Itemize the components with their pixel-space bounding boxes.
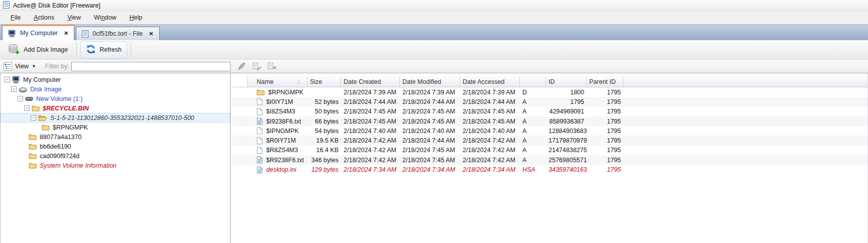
- tab-my-computer[interactable]: My Computer✕: [2, 25, 74, 40]
- add-disk-image-icon: [8, 44, 20, 56]
- tree-item-my-computer[interactable]: −My Computer: [1, 75, 230, 84]
- collapse-icon[interactable]: −: [11, 86, 17, 92]
- column-header-name[interactable]: Name△: [248, 76, 307, 87]
- column-header-id[interactable]: ID: [546, 76, 587, 87]
- tree-item-bb6de6190[interactable]: bb6de6190: [1, 142, 230, 151]
- cell-name: $I0IY71M: [248, 98, 307, 105]
- tree-item-disk-image[interactable]: −Disk Image: [1, 84, 230, 94]
- close-icon[interactable]: ✕: [149, 31, 153, 37]
- cell-value: 2/18/2024 7:45 AM: [402, 147, 455, 154]
- view-dropdown-button[interactable]: View ▼: [4, 62, 36, 71]
- cell-value: A: [522, 157, 526, 164]
- menu-actions[interactable]: Actions: [27, 12, 61, 23]
- cell-accessed: 2/18/2024 7:39 AM: [460, 89, 520, 96]
- tree-item-system-volume-information[interactable]: System Volume Information: [1, 161, 230, 170]
- app-window: Active@ Disk Editor [Freeware] FileActio…: [0, 0, 868, 243]
- document-edit-icon[interactable]: [253, 62, 261, 70]
- filter-input[interactable]: [71, 62, 231, 71]
- file-icon: [257, 98, 263, 105]
- column-header-parent[interactable]: Parent ID: [587, 76, 623, 87]
- column-header-accessed[interactable]: Date Accessed: [460, 76, 520, 87]
- column-header-label: Name: [257, 78, 273, 85]
- cell-value: 2/18/2024 7:40 AM: [402, 128, 455, 135]
- cell-created: 2/18/2024 7:42 AM: [341, 157, 400, 164]
- cell-name: $R0IY71M: [248, 137, 307, 145]
- folder-icon: [42, 124, 50, 131]
- cell-value: A: [522, 147, 526, 154]
- menu-help[interactable]: Help: [123, 12, 149, 23]
- tree-item-cad090f9724d[interactable]: cad090f9724d: [1, 151, 230, 161]
- column-header-created[interactable]: Date Created: [341, 76, 400, 87]
- cell-name: $IPNGMPK: [248, 127, 307, 135]
- cell-attr: A: [520, 118, 546, 125]
- cell-value: 1795: [607, 166, 621, 173]
- menu-window[interactable]: Window: [87, 12, 123, 23]
- cell-value: A: [522, 128, 526, 135]
- cell-created: 2/18/2024 7:42 AM: [341, 147, 400, 154]
- cell-value: 2/18/2024 7:44 AM: [463, 98, 515, 105]
- textfile-icon: [257, 156, 263, 164]
- collapse-icon[interactable]: −: [5, 77, 10, 82]
- table-body: $RPNGMPK2/18/2024 7:39 AM2/18/2024 7:39 …: [232, 87, 867, 175]
- tree-item--rpngmpk[interactable]: $RPNGMPK: [1, 123, 230, 132]
- column-header-size[interactable]: Size: [307, 76, 341, 87]
- collapse-icon[interactable]: −: [18, 96, 23, 101]
- tree-item-label: System Volume Information: [40, 162, 117, 169]
- tree-item--recycle-bin[interactable]: −$RECYCLE.BIN: [1, 103, 230, 113]
- cell-modified: 2/18/2024 7:45 AM: [400, 147, 460, 154]
- refresh-button[interactable]: Refresh: [80, 41, 127, 59]
- file-row--ipngmpk[interactable]: $IPNGMPK54 bytes2/18/2024 7:40 AM2/18/20…: [232, 126, 867, 136]
- tree-item-88077a4a1370[interactable]: 88077a4a1370: [1, 132, 230, 142]
- cell-value: 2/18/2024 7:45 AM: [344, 108, 396, 115]
- file-name: $R0IY71M: [266, 137, 296, 144]
- tree-item-s-1-5-21-113012860-3553232021-1488537010-500[interactable]: −S-1-5-21-113012860-3553232021-148853701…: [1, 113, 230, 123]
- collapse-icon[interactable]: −: [24, 105, 30, 111]
- cell-attr: A: [520, 137, 546, 144]
- cell-created: 2/18/2024 7:45 AM: [341, 118, 400, 125]
- cell-modified: 2/18/2024 7:34 AM: [400, 166, 460, 173]
- filter-quill-icon[interactable]: [237, 62, 246, 70]
- menu-file[interactable]: File: [4, 12, 27, 23]
- cell-size: 19.5 KB: [307, 137, 341, 144]
- cell-value: 2/18/2024 7:42 AM: [344, 157, 396, 164]
- tab-0cf51fbc-tort-file[interactable]: 0cf51fbc.tort - File✕: [76, 27, 159, 40]
- cell-modified: 2/18/2024 7:40 AM: [400, 128, 460, 135]
- cell-name: $RPNGMPK: [248, 89, 307, 96]
- cell-value: 2/18/2024 7:42 AM: [463, 147, 515, 154]
- file-row-desktop-ini[interactable]: desktop.ini129 bytes2/18/2024 7:34 AM2/1…: [232, 165, 867, 174]
- cell-parent: 1795: [587, 118, 623, 125]
- cell-value: 2/18/2024 7:42 AM: [344, 137, 396, 144]
- cell-value: 52 bytes: [315, 98, 339, 105]
- column-header-attr[interactable]: [520, 76, 546, 87]
- cell-accessed: 2/18/2024 7:42 AM: [460, 137, 520, 144]
- file-row--i9238f6-txt[interactable]: $I9238F6.txt66 bytes2/18/2024 7:45 AM2/1…: [232, 116, 867, 126]
- file-row--r9238f6-txt[interactable]: $R9238F6.txt346 bytes2/18/2024 7:42 AM2/…: [232, 155, 867, 165]
- document-icon: [82, 30, 88, 38]
- column-header-modified[interactable]: Date Modified: [400, 76, 460, 87]
- folder-icon: [32, 105, 40, 111]
- cell-size: 54 bytes: [307, 128, 341, 135]
- file-row--r0iy71m[interactable]: $R0IY71M19.5 KB2/18/2024 7:42 AM2/18/202…: [232, 136, 867, 145]
- tree-item-new-volume-1-[interactable]: −New Volume (1:): [1, 94, 230, 103]
- cell-value: 2/18/2024 7:34 AM: [344, 166, 396, 173]
- file-name: $R8ZS4M3: [266, 147, 298, 154]
- document-export-icon[interactable]: [268, 62, 276, 70]
- close-icon[interactable]: ✕: [64, 30, 68, 37]
- cell-id: 34359740163: [546, 166, 587, 173]
- file-row--r8zs4m3[interactable]: $R8ZS4M316.4 KB2/18/2024 7:42 AM2/18/202…: [232, 146, 867, 155]
- cell-created: 2/18/2024 7:34 AM: [341, 166, 400, 173]
- add-disk-image-button[interactable]: Add Disk Image: [3, 41, 73, 59]
- menu-view[interactable]: View: [61, 12, 87, 23]
- sort-ascending-icon: △: [296, 79, 300, 84]
- cell-value: 1795: [607, 89, 621, 96]
- cell-value: 50 bytes: [315, 108, 339, 115]
- file-row--rpngmpk[interactable]: $RPNGMPK2/18/2024 7:39 AM2/18/2024 7:39 …: [232, 87, 867, 97]
- cell-attr: HSA: [520, 166, 546, 173]
- disk-image-icon: [19, 86, 27, 93]
- file-row--i8zs4m3[interactable]: $I8ZS4M350 bytes2/18/2024 7:45 AM2/18/20…: [232, 107, 867, 116]
- file-row--i0iy71m[interactable]: $I0IY71M52 bytes2/18/2024 7:44 AM2/18/20…: [232, 97, 867, 106]
- cell-value: 1795: [607, 108, 621, 115]
- folder-icon: [29, 162, 37, 169]
- filter-by-label: Filter by:: [45, 63, 69, 70]
- collapse-icon[interactable]: −: [31, 115, 36, 120]
